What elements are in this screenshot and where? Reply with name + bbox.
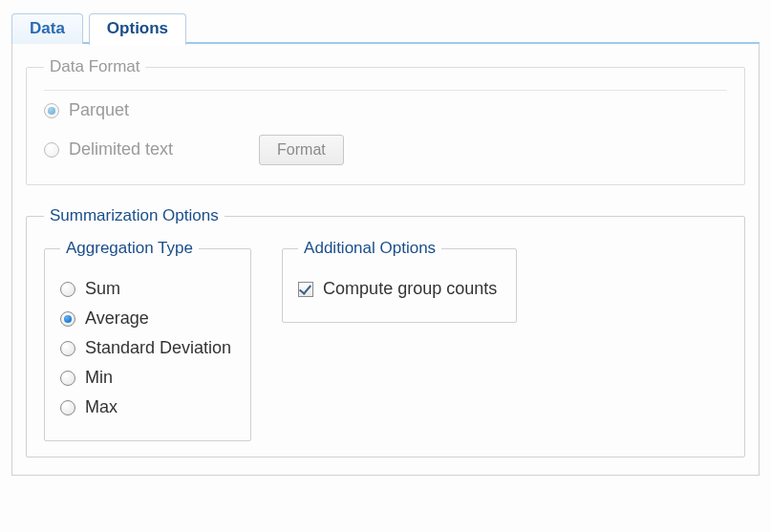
radio-sum-label: Sum bbox=[85, 279, 120, 299]
checkbox-icon bbox=[298, 282, 313, 297]
radio-parquet: Parquet bbox=[44, 100, 727, 120]
aggregation-type-legend-text: Aggregation Type bbox=[66, 239, 193, 257]
radio-min[interactable]: Min bbox=[60, 368, 231, 388]
radio-icon bbox=[44, 103, 59, 118]
additional-options-legend-text: Additional Options bbox=[304, 239, 436, 257]
radio-icon bbox=[60, 371, 75, 386]
radio-average-label: Average bbox=[85, 309, 149, 329]
radio-min-label: Min bbox=[85, 368, 113, 388]
radio-icon bbox=[60, 400, 75, 415]
aggregation-type-group: Aggregation Type Sum Average Standard De… bbox=[44, 239, 251, 441]
tab-data[interactable]: Data bbox=[11, 13, 83, 44]
radio-max[interactable]: Max bbox=[60, 397, 231, 417]
radio-average[interactable]: Average bbox=[60, 309, 231, 329]
additional-options-group: Additional Options Compute group counts bbox=[282, 239, 517, 323]
data-format-divider bbox=[44, 90, 727, 91]
data-format-group: Data Format Parquet Delimited text Forma… bbox=[26, 57, 745, 185]
checkbox-compute-group-counts-label: Compute group counts bbox=[323, 279, 497, 299]
radio-icon bbox=[60, 311, 75, 327]
radio-icon bbox=[60, 282, 75, 297]
format-button: Format bbox=[259, 135, 344, 165]
data-format-legend: Data Format bbox=[44, 57, 145, 76]
radio-stddev-label: Standard Deviation bbox=[85, 338, 231, 358]
tab-strip: Data Options bbox=[11, 11, 760, 44]
format-button-label: Format bbox=[277, 141, 326, 158]
radio-sum[interactable]: Sum bbox=[60, 279, 231, 299]
data-format-legend-text: Data Format bbox=[50, 57, 139, 75]
summarization-legend: Summarization Options bbox=[44, 206, 225, 225]
radio-delimited-label: Delimited text bbox=[69, 139, 173, 160]
checkbox-compute-group-counts[interactable]: Compute group counts bbox=[298, 279, 497, 299]
radio-icon bbox=[44, 142, 59, 158]
additional-options-legend: Additional Options bbox=[298, 239, 441, 258]
summarization-group: Summarization Options Aggregation Type S… bbox=[26, 206, 745, 458]
tab-data-label: Data bbox=[30, 19, 65, 37]
tab-options[interactable]: Options bbox=[89, 13, 186, 46]
radio-parquet-label: Parquet bbox=[69, 100, 129, 120]
radio-stddev[interactable]: Standard Deviation bbox=[60, 338, 231, 358]
aggregation-type-legend: Aggregation Type bbox=[60, 239, 199, 258]
radio-delimited: Delimited text bbox=[44, 139, 173, 160]
radio-max-label: Max bbox=[85, 397, 118, 417]
options-panel: Data Format Parquet Delimited text Forma… bbox=[11, 44, 760, 476]
radio-icon bbox=[60, 341, 75, 356]
tab-options-label: Options bbox=[107, 19, 168, 37]
summarization-legend-text: Summarization Options bbox=[50, 206, 219, 224]
